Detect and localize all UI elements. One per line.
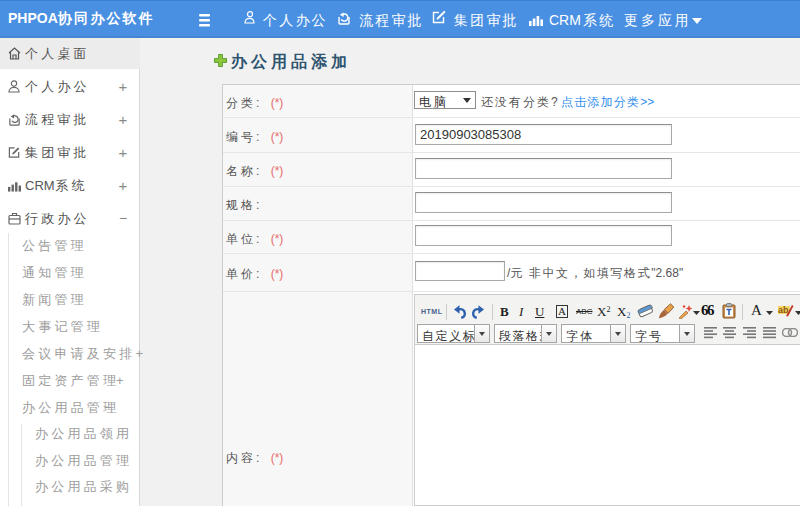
svg-text:ab: ab bbox=[778, 305, 789, 315]
